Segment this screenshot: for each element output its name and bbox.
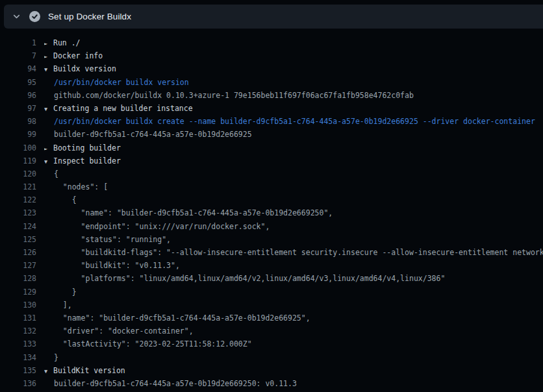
log-line: 1►Run ./ [0,36,543,49]
log-line: 97▼Creating a new builder instance [0,102,543,115]
log-line: 7►Docker info [0,49,543,62]
log-group-title: Booting builder [53,143,121,153]
line-number-link[interactable]: 99 [0,128,36,141]
log-output-text: "platforms": "linux/amd64,linux/amd64/v2… [44,272,445,285]
group-collapsed-arrow-icon[interactable]: ► [44,50,53,62]
log-line: 96github.com/docker/buildx 0.10.3+azure-… [0,89,543,102]
log-line: 131 "name": "builder-d9cfb5a1-c764-445a-… [0,312,543,325]
line-number-link[interactable]: 7 [0,49,36,62]
log-output-text: "status": "running", [44,233,171,246]
log-line: 136builder-d9cfb5a1-c764-445a-a57e-0b19d… [0,377,543,390]
log-line: 127 "buildkit": "v0.11.3", [0,259,543,272]
line-number-link[interactable]: 126 [0,246,36,259]
log-command-text: /usr/bin/docker buildx version [44,76,189,89]
log-line: 125 "status": "running", [0,233,543,246]
line-number-link[interactable]: 95 [0,76,36,89]
line-number-link[interactable]: 98 [0,115,36,128]
line-number-link[interactable]: 120 [0,167,36,180]
log-line: 98/usr/bin/docker buildx create --name b… [0,115,543,128]
line-number-link[interactable]: 131 [0,312,36,325]
log-output-text: "endpoint": "unix:///var/run/docker.sock… [44,220,270,233]
line-number-link[interactable]: 97 [0,102,36,115]
log-output-text: "name": "builder-d9cfb5a1-c764-445a-a57e… [44,312,310,325]
log-group-title: Buildx version [53,64,116,73]
log-line: 121 "nodes": [ [0,180,543,193]
log-line: 122 { [0,193,543,206]
line-number-link[interactable]: 121 [0,180,36,193]
line-number-link[interactable]: 132 [0,325,36,337]
log-output-text: ], [44,299,72,312]
line-number-link[interactable]: 94 [0,62,36,75]
check-circle-icon [29,11,40,22]
log-output-text: "nodes": [ [44,180,108,193]
log-group-header[interactable]: ►Docker info [44,49,103,62]
log-line: 135▼BuildKit version [0,364,543,377]
log-group-header[interactable]: ▼Buildx version [44,62,116,75]
log-output-text: "buildkitd-flags": "--allow-insecure-ent… [44,246,543,259]
step-header[interactable]: Set up Docker Buildx [4,5,543,29]
log-group-title: Docker info [53,51,103,60]
log-group-header[interactable]: ▼Inspect builder [44,154,121,167]
log-line: 129 } [0,286,543,299]
log-command-text: /usr/bin/docker buildx create --name bui… [44,115,535,128]
group-expanded-arrow-icon[interactable]: ▼ [44,103,53,115]
log-group-header[interactable]: ►Run ./ [44,36,81,49]
line-number-link[interactable]: 135 [0,364,36,377]
line-number-link[interactable]: 127 [0,259,36,272]
line-number-link[interactable]: 125 [0,233,36,246]
line-number-link[interactable]: 100 [0,141,36,154]
log-group-header[interactable]: ▼Creating a new builder instance [44,102,193,115]
log-output-text: { [44,193,77,206]
line-number-link[interactable]: 122 [0,193,36,206]
line-number-link[interactable]: 119 [0,154,36,167]
log-output-text: } [44,286,77,299]
log-line: 128 "platforms": "linux/amd64,linux/amd6… [0,272,543,285]
log-line: 124 "endpoint": "unix:///var/run/docker.… [0,220,543,233]
log-viewer: 1►Run ./7►Docker info94▼Buildx version95… [0,29,543,392]
log-line: 134} [0,351,543,364]
line-number-link[interactable]: 129 [0,286,36,299]
line-number-link[interactable]: 130 [0,299,36,312]
log-output-text: "lastActivity": "2023-02-25T11:58:12.000… [44,337,252,350]
log-line: 95/usr/bin/docker buildx version [0,76,543,89]
line-number-link[interactable]: 124 [0,220,36,233]
line-number-link[interactable]: 136 [0,377,36,390]
log-line: 132 "driver": "docker-container", [0,325,543,337]
step-title: Set up Docker Buildx [48,12,131,21]
log-group-title: Creating a new builder instance [53,104,193,113]
group-collapsed-arrow-icon[interactable]: ► [44,37,53,49]
line-number-link[interactable]: 128 [0,272,36,285]
log-line: 133 "lastActivity": "2023-02-25T11:58:12… [0,337,543,350]
log-line: 120{ [0,167,543,180]
log-group-title: Inspect builder [53,156,121,165]
log-output-text: } [44,351,58,364]
log-line: 100►Booting builder [0,141,543,154]
chevron-down-icon[interactable] [12,12,21,21]
line-number-link[interactable]: 1 [0,36,36,49]
log-output-text: "name": "builder-d9cfb5a1-c764-445a-a57e… [44,206,333,219]
group-expanded-arrow-icon[interactable]: ▼ [44,365,53,377]
log-output-text: { [44,167,58,180]
log-output-text: github.com/docker/buildx 0.10.3+azure-1 … [44,89,414,102]
log-line: 94▼Buildx version [0,62,543,75]
log-line: 119▼Inspect builder [0,154,543,167]
line-number-link[interactable]: 134 [0,351,36,364]
log-group-header[interactable]: ►Booting builder [44,141,121,154]
log-group-title: BuildKit version [53,366,125,375]
line-number-link[interactable]: 133 [0,337,36,350]
log-line: 126 "buildkitd-flags": "--allow-insecure… [0,246,543,259]
log-output-text: "buildkit": "v0.11.3", [44,259,180,272]
group-expanded-arrow-icon[interactable]: ▼ [44,155,53,167]
log-output-text: "driver": "docker-container", [44,325,194,337]
line-number-link[interactable]: 123 [0,206,36,219]
log-output-text: builder-d9cfb5a1-c764-445a-a57e-0b19d2e6… [44,377,297,390]
line-number-link[interactable]: 96 [0,89,36,102]
log-group-title: Run ./ [53,38,81,47]
log-line: 99builder-d9cfb5a1-c764-445a-a57e-0b19d2… [0,128,543,141]
log-line: 123 "name": "builder-d9cfb5a1-c764-445a-… [0,206,543,219]
log-output-text: builder-d9cfb5a1-c764-445a-a57e-0b19d2e6… [44,128,252,141]
log-line: 130 ], [0,299,543,312]
group-expanded-arrow-icon[interactable]: ▼ [44,63,53,75]
log-group-header[interactable]: ▼BuildKit version [44,364,125,377]
group-collapsed-arrow-icon[interactable]: ► [44,142,53,154]
